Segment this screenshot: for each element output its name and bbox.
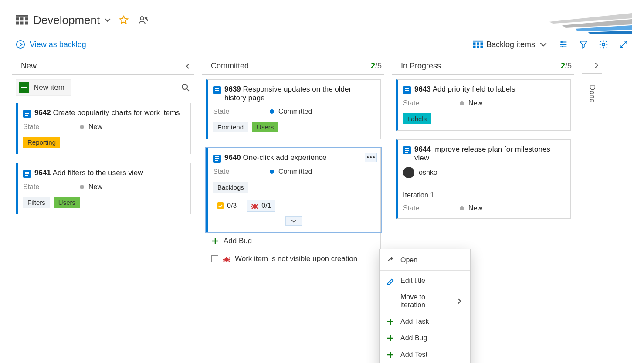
board-options-icon[interactable] [559, 40, 568, 49]
card-9641[interactable]: 9641 Add filters to the users view State… [16, 163, 191, 214]
menu-add-task[interactable]: Add Task [380, 313, 470, 330]
menu-edit-title[interactable]: Edit title [380, 272, 470, 289]
svg-rect-44 [215, 160, 218, 161]
svg-rect-1 [16, 17, 19, 20]
expand-column-icon[interactable] [593, 61, 600, 69]
tag-users[interactable]: Users [252, 122, 278, 132]
bug-counter[interactable]: 0/1 [247, 200, 275, 212]
fullscreen-icon[interactable] [619, 40, 628, 49]
column-new: New New item 9642 Create popularity [12, 57, 194, 356]
svg-marker-24 [588, 31, 632, 34]
svg-rect-12 [477, 42, 479, 45]
menu-add-bug[interactable]: Add Bug [380, 330, 470, 346]
svg-rect-13 [480, 42, 483, 45]
svg-point-19 [562, 46, 563, 48]
pbi-icon [23, 110, 31, 118]
svg-point-40 [373, 156, 375, 158]
state-label: State [23, 183, 80, 191]
pbi-icon [403, 146, 411, 154]
backlog-items-icon [473, 40, 483, 49]
team-members-icon[interactable] [138, 15, 149, 25]
state-value: Committed [278, 108, 312, 115]
plus-icon [386, 351, 394, 359]
board-title-chevron-icon[interactable] [103, 16, 112, 24]
pbi-icon [213, 155, 221, 163]
board-title[interactable]: Development [33, 14, 100, 27]
card-9642[interactable]: 9642 Create popularity charts for work i… [16, 103, 191, 154]
svg-rect-31 [25, 172, 29, 173]
tag-reporting[interactable]: Reporting [23, 137, 60, 148]
card-actions-button[interactable] [365, 153, 377, 162]
checkbox-icon[interactable] [211, 255, 218, 262]
iteration-value: Iteration 1 [403, 191, 434, 199]
svg-rect-50 [405, 90, 409, 91]
assignee-name: oshko [419, 169, 437, 176]
pbi-icon [403, 86, 411, 94]
new-item-button[interactable]: New item [16, 79, 71, 96]
svg-rect-37 [215, 92, 218, 92]
filter-icon[interactable] [579, 40, 588, 49]
svg-rect-43 [215, 158, 219, 159]
svg-rect-29 [25, 115, 28, 116]
svg-rect-35 [215, 88, 219, 89]
svg-rect-54 [405, 150, 409, 151]
menu-add-test[interactable]: Add Test [380, 346, 470, 363]
state-dot-icon [460, 206, 464, 210]
column-committed: Committed 2/5 9639 Responsive updates on… [202, 57, 384, 356]
column-title-in-progress: In Progress [401, 61, 441, 71]
backlog-level-selector[interactable]: Backlog items [473, 40, 548, 49]
svg-point-47 [224, 258, 229, 262]
task-counter[interactable]: 0/3 [213, 200, 240, 211]
svg-point-39 [370, 156, 372, 158]
svg-rect-42 [215, 156, 219, 157]
chevron-right-icon [455, 297, 463, 305]
state-label: State [403, 99, 460, 107]
state-dot-icon [80, 125, 84, 129]
card-9643[interactable]: 9643 Add priority field to labels State … [396, 79, 571, 131]
plus-icon [211, 237, 219, 245]
svg-rect-32 [25, 173, 29, 174]
card-9639[interactable]: 9639 Responsive updates on the older his… [206, 79, 381, 139]
column-title-new: New [21, 61, 37, 71]
svg-rect-16 [480, 46, 483, 48]
expand-children-button[interactable] [285, 216, 302, 226]
tag-backlogs[interactable]: Backlogs [213, 182, 248, 193]
search-icon[interactable] [181, 83, 190, 92]
svg-rect-27 [25, 112, 29, 112]
column-title-done[interactable]: Done [588, 85, 597, 103]
state-value: New [88, 123, 102, 131]
favorite-star-icon[interactable] [119, 15, 129, 25]
board-icon [16, 15, 28, 25]
child-bug-row[interactable]: Work item is not visible upon creation [206, 250, 381, 268]
menu-move-to-iteration[interactable]: Move to iteration [380, 289, 470, 313]
open-icon [386, 256, 394, 264]
menu-open[interactable]: Open [380, 252, 470, 268]
svg-rect-33 [25, 175, 28, 176]
state-label: State [403, 204, 460, 212]
add-bug-row[interactable]: Add Bug [206, 232, 381, 250]
tag-users[interactable]: Users [54, 197, 80, 208]
tag-frontend[interactable]: Frontend [213, 122, 248, 132]
svg-rect-36 [215, 90, 219, 91]
view-as-backlog-link[interactable]: View as backlog [16, 40, 86, 49]
svg-point-8 [145, 17, 147, 19]
state-value: New [468, 204, 482, 212]
state-dot-icon [270, 109, 274, 114]
svg-rect-53 [405, 148, 409, 149]
wip-counter-committed: 2/5 [371, 61, 382, 71]
svg-rect-6 [25, 22, 28, 25]
svg-rect-0 [16, 15, 28, 17]
tag-filters[interactable]: Filters [23, 197, 50, 208]
state-label: State [213, 108, 270, 115]
collapse-column-icon[interactable] [184, 62, 192, 70]
settings-gear-icon[interactable] [599, 40, 608, 49]
bug-icon [223, 255, 230, 263]
pencil-icon [386, 277, 394, 285]
svg-point-20 [602, 43, 605, 46]
card-9644[interactable]: 9644 Improve release plan for milestones… [396, 139, 571, 219]
card-9640[interactable]: 9640 One-click add experience State Comm… [206, 148, 381, 232]
svg-point-9 [17, 41, 24, 48]
tag-labels[interactable]: Labels [403, 113, 431, 124]
svg-rect-11 [473, 42, 476, 45]
state-value: Committed [278, 168, 312, 176]
